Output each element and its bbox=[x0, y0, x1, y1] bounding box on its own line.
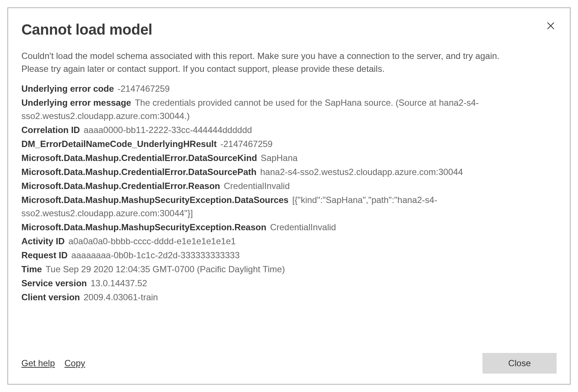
detail-row: Activity IDa0a0a0a0-bbbb-cccc-dddd-e1e1e… bbox=[21, 235, 557, 248]
detail-label: Time bbox=[21, 264, 42, 274]
detail-row: Underlying error code-2147467259 bbox=[21, 82, 557, 95]
dialog-intro: Couldn't load the model schema associate… bbox=[21, 50, 557, 76]
detail-value: 13.0.14437.52 bbox=[90, 278, 147, 288]
detail-label: Microsoft.Data.Mashup.MashupSecurityExce… bbox=[21, 222, 266, 232]
detail-row: Microsoft.Data.Mashup.CredentialError.Da… bbox=[21, 151, 557, 165]
detail-value: -2147467259 bbox=[118, 84, 170, 94]
detail-row: Microsoft.Data.Mashup.MashupSecurityExce… bbox=[21, 193, 557, 220]
detail-row: Request IDaaaaaaaa-0b0b-1c1c-2d2d-333333… bbox=[21, 249, 557, 262]
detail-label: Correlation ID bbox=[21, 125, 80, 135]
detail-value: Tue Sep 29 2020 12:04:35 GMT-0700 (Pacif… bbox=[46, 264, 285, 274]
detail-row: Correlation IDaaaa0000-bb11-2222-33cc-44… bbox=[21, 123, 557, 137]
detail-value: CredentialInvalid bbox=[270, 222, 336, 232]
detail-value: aaaaaaaa-0b0b-1c1c-2d2d-333333333333 bbox=[71, 250, 239, 260]
detail-label: Microsoft.Data.Mashup.CredentialError.Re… bbox=[21, 181, 220, 191]
intro-line-1: Couldn't load the model schema associate… bbox=[21, 50, 557, 63]
detail-row: DM_ErrorDetailNameCode_UnderlyingHResult… bbox=[21, 137, 557, 151]
detail-value: a0a0a0a0-bbbb-cccc-dddd-e1e1e1e1e1e1 bbox=[68, 236, 236, 246]
detail-row: Underlying error messageThe credentials … bbox=[21, 96, 557, 123]
dialog-body: Couldn't load the model schema associate… bbox=[21, 50, 557, 338]
detail-value: hana2-s4-sso2.westus2.cloudapp.azure.com… bbox=[260, 167, 463, 177]
close-x-button[interactable] bbox=[545, 20, 557, 32]
copy-link[interactable]: Copy bbox=[65, 358, 85, 368]
detail-value: aaaa0000-bb11-2222-33cc-444444dddddd bbox=[84, 125, 252, 135]
detail-label: DM_ErrorDetailNameCode_UnderlyingHResult bbox=[21, 139, 217, 149]
detail-label: Underlying error code bbox=[21, 84, 114, 94]
dialog-title: Cannot load model bbox=[21, 21, 557, 38]
detail-row: Microsoft.Data.Mashup.CredentialError.Da… bbox=[21, 165, 557, 179]
close-button[interactable]: Close bbox=[482, 353, 557, 374]
detail-label: Microsoft.Data.Mashup.MashupSecurityExce… bbox=[21, 195, 288, 205]
detail-value: SapHana bbox=[261, 153, 298, 163]
close-icon bbox=[547, 22, 554, 29]
detail-label: Underlying error message bbox=[21, 98, 131, 108]
dialog-footer: Get help Copy Close bbox=[21, 349, 557, 374]
get-help-link[interactable]: Get help bbox=[21, 358, 55, 368]
error-details: Underlying error code-2147467259Underlyi… bbox=[21, 82, 557, 304]
detail-row: Service version13.0.14437.52 bbox=[21, 277, 557, 290]
detail-value: CredentialInvalid bbox=[224, 181, 290, 191]
detail-row: Microsoft.Data.Mashup.CredentialError.Re… bbox=[21, 179, 557, 193]
detail-row: Client version2009.4.03061-train bbox=[21, 291, 557, 304]
error-dialog: Cannot load model Couldn't load the mode… bbox=[7, 7, 571, 385]
detail-label: Service version bbox=[21, 278, 87, 288]
detail-row: Microsoft.Data.Mashup.MashupSecurityExce… bbox=[21, 221, 557, 234]
detail-label: Request ID bbox=[21, 250, 68, 260]
detail-label: Microsoft.Data.Mashup.CredentialError.Da… bbox=[21, 167, 256, 177]
detail-label: Client version bbox=[21, 292, 80, 302]
intro-line-2: Please try again later or contact suppor… bbox=[21, 63, 557, 76]
detail-label: Activity ID bbox=[21, 236, 65, 246]
detail-value: -2147467259 bbox=[220, 139, 272, 149]
detail-row: TimeTue Sep 29 2020 12:04:35 GMT-0700 (P… bbox=[21, 263, 557, 276]
detail-label: Microsoft.Data.Mashup.CredentialError.Da… bbox=[21, 153, 257, 163]
footer-links: Get help Copy bbox=[21, 358, 85, 368]
detail-value: 2009.4.03061-train bbox=[84, 292, 158, 302]
